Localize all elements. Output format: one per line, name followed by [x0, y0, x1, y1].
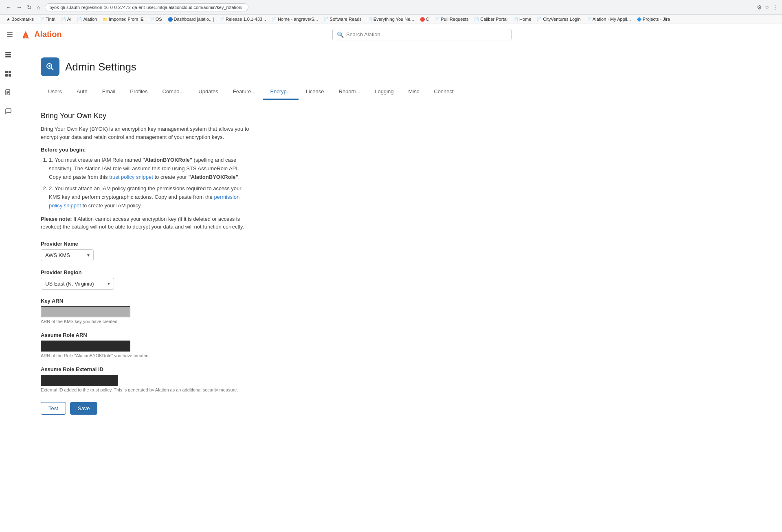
tab-reporting[interactable]: Reporti... — [332, 84, 368, 100]
bookmark-c[interactable]: 🔴 C — [417, 16, 432, 22]
search-input[interactable] — [346, 31, 507, 37]
instruction-step1: 1. You must create an IAM Role named "Al… — [49, 156, 253, 181]
assume-role-external-id-hint: External ID added to the trust policy. T… — [41, 387, 766, 392]
bookmark-tintri-label: Tintri — [46, 17, 55, 22]
menu-icon[interactable]: ⋮ — [772, 4, 778, 11]
svg-rect-4 — [9, 71, 11, 73]
extensions-icon: ⚙ — [757, 4, 762, 11]
assume-role-arn-input[interactable] — [41, 341, 130, 352]
please-note: Please note: If Alation cannot access yo… — [41, 215, 244, 231]
bookmark-home2[interactable]: 📄 Home — [511, 16, 534, 22]
tab-license[interactable]: License — [299, 84, 332, 100]
sidebar-document-icon[interactable] — [3, 88, 13, 99]
bookmark-ai-label: AI — [67, 17, 71, 22]
bookmark-software-reads-icon: 📄 — [324, 17, 329, 22]
key-arn-hint: ARN of the KMS key you have created. — [41, 319, 766, 324]
star-icon[interactable]: ☆ — [764, 4, 770, 11]
bookmark-pull-requests[interactable]: 📄 Pull Requests — [432, 16, 471, 22]
bookmark-ie-folder-icon: 📁 — [103, 17, 108, 22]
svg-rect-2 — [5, 56, 11, 57]
bookmark-pull-requests-icon: 📄 — [435, 17, 439, 22]
bookmark-bookmarks[interactable]: ★ Bookmarks — [4, 16, 36, 22]
bookmark-imported-from-ie[interactable]: 📁 Imported From IE — [100, 16, 146, 22]
admin-settings-icon-box — [41, 57, 59, 76]
bookmark-caliber[interactable]: 📄 Caliber Portal — [472, 16, 510, 22]
bookmark-software-reads-label: Software Reads — [330, 17, 362, 22]
browser-controls: ← → ↻ ⌂ — [4, 3, 42, 11]
bookmark-ai-icon: 📄 — [61, 17, 66, 22]
top-nav: ☰ Alation 🔍 — [0, 24, 782, 45]
bookmark-ie-label: Imported From IE — [109, 17, 144, 22]
tab-misc[interactable]: Misc — [401, 84, 427, 100]
magnifier-key-icon — [46, 62, 55, 71]
svg-rect-1 — [5, 54, 11, 55]
sidebar-catalog-icon[interactable] — [3, 50, 13, 62]
alation-logo-icon — [20, 29, 32, 40]
bookmark-alation-label: Alation — [83, 17, 97, 22]
logo[interactable]: Alation — [20, 29, 62, 40]
bookmark-c-icon: 🔴 — [420, 17, 425, 22]
key-arn-group: Key ARN ARN of the KMS key you have crea… — [41, 298, 766, 324]
bookmark-release[interactable]: 📄 Release 1.0.1-433... — [217, 16, 268, 22]
tab-users[interactable]: Users — [41, 84, 69, 100]
bookmark-os-label: OS — [156, 17, 162, 22]
sidebar-chat-icon[interactable] — [3, 106, 13, 118]
bookmark-release-label: Release 1.0.1-433... — [226, 17, 266, 22]
bookmark-pull-requests-label: Pull Requests — [441, 17, 468, 22]
instruction-step2: 2. You must attach an IAM policy grantin… — [49, 185, 253, 210]
bookmark-ai[interactable]: 📄 AI — [59, 16, 74, 22]
bookmark-projects-jira[interactable]: 🔷 Projects - Jira — [634, 16, 672, 22]
provider-name-select[interactable]: AWS KMS — [41, 249, 94, 261]
svg-rect-5 — [5, 74, 8, 77]
bookmark-dashboard-label: Dashboard [alatio...] — [174, 17, 214, 22]
bookmark-jira-label: Projects - Jira — [643, 17, 670, 22]
bookmark-everything[interactable]: 📄 Everything You Ne... — [365, 16, 417, 22]
bookmark-os[interactable]: 📄 OS — [147, 16, 165, 22]
tab-logging[interactable]: Logging — [367, 84, 401, 100]
provider-name-label: Provider Name — [41, 241, 766, 247]
save-button[interactable]: Save — [70, 402, 98, 415]
bookmark-alation[interactable]: 📄 Alation — [75, 16, 99, 22]
key-arn-input[interactable] — [41, 306, 130, 317]
svg-rect-6 — [9, 74, 11, 77]
trust-policy-link[interactable]: trust policy snippet — [109, 174, 153, 180]
bookmark-os-icon: 📄 — [149, 17, 154, 22]
bookmark-bookmarks-label: Bookmarks — [11, 17, 34, 22]
bookmark-home-angrave[interactable]: 📄 Home - angrave/S... — [269, 16, 320, 22]
provider-region-label: Provider Region — [41, 269, 766, 275]
address-bar[interactable]: byok-qli-s3auth-regression-16-0-0-27472-… — [45, 3, 248, 11]
svg-line-12 — [51, 68, 54, 70]
forward-button[interactable]: → — [15, 3, 24, 11]
tab-email[interactable]: Email — [95, 84, 123, 100]
tab-encrypt[interactable]: Encryp... — [263, 84, 298, 100]
step1-prefix: 1. You must create an IAM Role named — [49, 157, 143, 163]
reload-button[interactable]: ↻ — [25, 3, 33, 11]
bookmark-software-reads[interactable]: 📄 Software Reads — [321, 16, 364, 22]
bookmark-cityventures[interactable]: 📄 CityVentures Login — [534, 16, 583, 22]
tab-auth[interactable]: Auth — [69, 84, 95, 100]
bookmark-everything-label: Everything You Ne... — [373, 17, 414, 22]
back-button[interactable]: ← — [4, 3, 13, 11]
tab-updates[interactable]: Updates — [191, 84, 225, 100]
assume-role-external-id-input[interactable] — [41, 375, 118, 386]
admin-header: Admin Settings — [41, 57, 766, 76]
sidebar-grid-icon[interactable] — [3, 69, 13, 80]
tab-profiles[interactable]: Profiles — [123, 84, 155, 100]
bookmark-tintri[interactable]: 📄 Tintri — [37, 16, 58, 22]
provider-region-select[interactable]: US East (N. Virginia)US West (Oregon)EU … — [41, 278, 114, 290]
step1-period: . — [238, 174, 240, 180]
tab-connect[interactable]: Connect — [426, 84, 461, 100]
search-bar[interactable]: 🔍 — [332, 29, 512, 40]
bookmark-alation-myapp[interactable]: 📄 Alation - My Appli... — [584, 16, 633, 22]
bookmark-dashboard[interactable]: 🔵 Dashboard [alatio...] — [165, 16, 216, 22]
app-wrapper: ☰ Alation 🔍 — [0, 24, 782, 527]
tab-compo[interactable]: Compo... — [155, 84, 191, 100]
hamburger-menu-icon[interactable]: ☰ — [7, 30, 13, 39]
step1-role: "AlationBYOKRole" — [143, 157, 192, 163]
bookmark-star-icon: ★ — [7, 17, 10, 22]
test-button[interactable]: Test — [41, 402, 66, 415]
home-button[interactable]: ⌂ — [35, 3, 42, 11]
step2-prefix: 2. You must attach an IAM policy grantin… — [49, 185, 242, 200]
bookmark-home-angrave-icon: 📄 — [272, 17, 277, 22]
tab-feature[interactable]: Feature... — [226, 84, 263, 100]
